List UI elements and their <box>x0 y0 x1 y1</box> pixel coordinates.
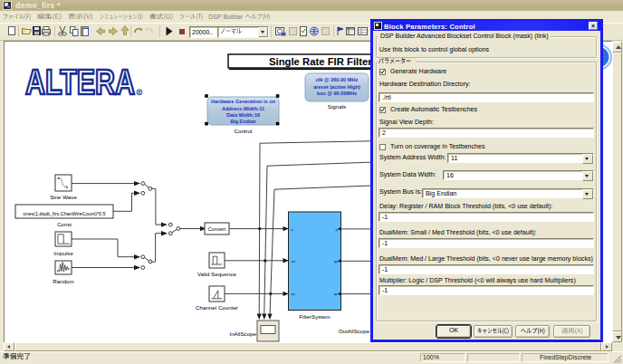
svg-text:Signals: Signals <box>328 103 346 110</box>
svg-text:Valid Sequence: Valid Sequence <box>197 271 236 277</box>
svg-text:OutAllScope: OutAllScope <box>339 328 370 334</box>
svg-text:bus @ 90.00MHz: bus @ 90.00MHz <box>317 91 357 96</box>
svg-text:Impulse: Impulse <box>53 250 73 256</box>
svg-text:Const: Const <box>57 221 72 227</box>
svg-text:Random: Random <box>53 278 73 284</box>
svg-text:Data Width:16: Data Width:16 <box>226 112 260 118</box>
svg-text:Single Rate FIR Filter D: Single Rate FIR Filter D <box>269 56 382 67</box>
svg-text:areset (active High): areset (active High) <box>313 84 360 90</box>
svg-text:InAllScope: InAllScope <box>229 330 256 337</box>
svg-text:Sine Wave: Sine Wave <box>50 194 77 200</box>
svg-text:ALTERA: ALTERA <box>25 63 135 101</box>
svg-text:Channel Counter: Channel Counter <box>196 304 238 311</box>
svg-text:Convert: Convert <box>208 226 226 232</box>
svg-text:Big Endian: Big Endian <box>230 119 255 124</box>
svg-text:Hardware Generation is on: Hardware Generation is on <box>211 99 276 104</box>
svg-text:ones(1,dspb_firs.ChanWireCount: ones(1,dspb_firs.ChanWireCount)*0.5 <box>23 211 105 216</box>
svg-text:FilterSystem: FilterSystem <box>299 313 330 320</box>
svg-text:clk @ 360.00 MHz: clk @ 360.00 MHz <box>316 77 359 82</box>
svg-text:Address Width:11: Address Width:11 <box>222 106 264 111</box>
svg-text:Control: Control <box>235 128 253 134</box>
